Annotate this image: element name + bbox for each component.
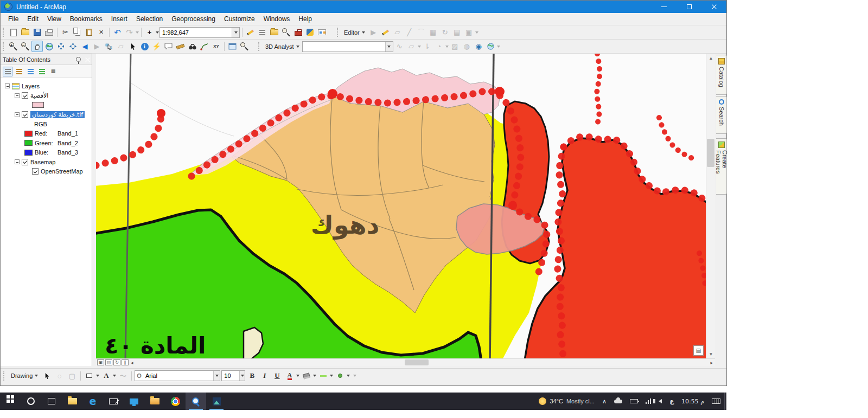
steepest-path-button[interactable]: ⇂ xyxy=(422,41,433,52)
toolbar-grip[interactable] xyxy=(3,28,5,37)
globe-3d-button[interactable]: ◍ xyxy=(461,41,473,52)
search-window-button[interactable] xyxy=(280,27,292,38)
toc-basemap-row[interactable]: Basemap xyxy=(1,157,92,167)
paste-button[interactable] xyxy=(84,27,95,38)
cortana-search-button[interactable] xyxy=(21,393,41,410)
rotate-button[interactable]: ↻ xyxy=(439,27,451,38)
toc-layers-root-row[interactable]: Layers xyxy=(1,81,92,91)
map-vertical-scrollbar[interactable]: ▲ ▼ xyxy=(706,54,715,358)
file-explorer-button[interactable] xyxy=(62,393,82,410)
copy-button[interactable] xyxy=(72,27,83,38)
modelbuilder-button[interactable] xyxy=(316,27,328,38)
analyst-caret[interactable] xyxy=(418,46,421,48)
pause-drawing-button[interactable]: ∥ xyxy=(122,359,129,365)
font-combo[interactable]: O xyxy=(135,370,220,381)
hyperlink-button[interactable]: ⚡ xyxy=(151,41,162,52)
collapse-icon[interactable] xyxy=(15,112,20,117)
profile-graph-button[interactable]: ▨ xyxy=(449,41,461,52)
battery-tray-button[interactable] xyxy=(626,393,642,410)
raster-layer-label[interactable]: خريطة كوردستان.tif xyxy=(30,111,85,118)
select-elements-button[interactable] xyxy=(127,41,138,52)
basemap-label[interactable]: Basemap xyxy=(30,159,55,165)
create-viewer-window-button[interactable] xyxy=(227,41,238,52)
arctoolbox-button[interactable] xyxy=(292,27,304,38)
viewer-magnifier-button[interactable] xyxy=(239,41,250,52)
identify-button[interactable]: i xyxy=(139,41,150,52)
analyst-layer-dropdown[interactable] xyxy=(385,42,393,52)
menu-selection[interactable]: Selection xyxy=(132,14,167,24)
toc-layer-districts-row[interactable]: الأقضية xyxy=(1,91,92,101)
marker-color-button[interactable] xyxy=(334,370,346,382)
overview-window-button[interactable]: ▤ xyxy=(693,345,704,356)
menu-geoprocessing[interactable]: Geoprocessing xyxy=(167,14,220,24)
cut-polygons-button[interactable]: ⌒ xyxy=(416,27,427,38)
table-of-contents-button[interactable] xyxy=(257,27,268,38)
layers-root-label[interactable]: Layers xyxy=(22,83,40,89)
raster-checkbox[interactable] xyxy=(22,111,28,118)
menu-customize[interactable]: Customize xyxy=(220,14,259,24)
toolbar-grip[interactable] xyxy=(3,42,5,51)
list-by-source-button[interactable] xyxy=(14,67,24,76)
font-size-input[interactable] xyxy=(222,371,239,381)
font-size-combo[interactable] xyxy=(221,370,245,381)
list-by-visibility-button[interactable] xyxy=(25,67,35,76)
interpolate-line-button[interactable]: ∿ xyxy=(394,41,405,52)
chrome-button[interactable] xyxy=(165,393,186,410)
volume-tray-button[interactable] xyxy=(655,393,666,410)
list-by-drawing-order-button[interactable] xyxy=(3,67,12,76)
collapse-icon[interactable] xyxy=(15,93,20,98)
toc-osm-row[interactable]: OpenStreetMap xyxy=(1,167,92,177)
onedrive-tray-button[interactable] xyxy=(610,393,626,410)
rotate-element-tool[interactable]: ◌ xyxy=(54,370,65,382)
delete-button[interactable]: ✕ xyxy=(95,27,107,38)
maximize-button[interactable] xyxy=(676,1,701,13)
editor-menu[interactable]: Editor xyxy=(342,29,367,36)
dock-tab-catalog[interactable]: Catalog xyxy=(716,55,727,95)
analyst-layer-input[interactable] xyxy=(303,42,385,52)
print-button[interactable] xyxy=(43,27,55,38)
font-input[interactable] xyxy=(143,371,213,381)
data-view-button[interactable]: ▣ xyxy=(97,359,104,365)
find-route-button[interactable] xyxy=(199,41,210,52)
pin-icon[interactable] xyxy=(76,57,81,62)
menu-windows[interactable]: Windows xyxy=(259,14,295,24)
menu-file[interactable]: File xyxy=(4,14,23,24)
show-desktop-button[interactable] xyxy=(724,393,726,410)
drawing-menu[interactable]: Drawing xyxy=(9,372,40,379)
text-tool[interactable]: A xyxy=(100,370,112,382)
edit-vertices-button[interactable]: ▱ xyxy=(392,27,403,38)
font-color-button[interactable]: A xyxy=(284,370,295,382)
catalog-window-button[interactable] xyxy=(269,27,280,38)
map-horizontal-scrollbar[interactable]: ▣ ▤ ↻ ∥ ◂ ▸ xyxy=(96,358,715,366)
full-extent-button[interactable] xyxy=(43,41,55,52)
editor-toolbar-button[interactable] xyxy=(245,27,256,38)
arcglobe-button[interactable] xyxy=(485,41,496,52)
reshape-button[interactable]: ╱ xyxy=(404,27,415,38)
html-popup-button[interactable] xyxy=(163,41,174,52)
scroll-right-button[interactable]: ▸ xyxy=(710,360,713,365)
weather-widget[interactable]: 34°C Mostly cl... xyxy=(535,393,598,410)
osm-label[interactable]: OpenStreetMap xyxy=(41,168,83,175)
bold-button[interactable]: B xyxy=(246,370,258,382)
toc-close-icon[interactable] xyxy=(85,57,90,62)
map-canvas[interactable]: دهوك المادة ٤٠ xyxy=(96,54,706,358)
zoom-in-button[interactable]: + xyxy=(8,41,19,52)
dock-tab-create-features[interactable]: Create Features xyxy=(716,138,727,195)
map-scale-combo[interactable] xyxy=(159,27,240,38)
italic-button[interactable]: I xyxy=(259,370,270,382)
line-color-caret[interactable] xyxy=(330,375,333,377)
forward-extent-button[interactable]: ▶ xyxy=(91,41,103,52)
edge-button[interactable]: e xyxy=(82,393,103,410)
scroll-up-button[interactable]: ▲ xyxy=(706,54,716,62)
basemap-checkbox[interactable] xyxy=(22,159,28,165)
contour-button[interactable]: ◔ xyxy=(433,41,445,52)
scroll-left-button[interactable]: ◂ xyxy=(131,360,133,365)
curve-tool[interactable]: 〜 xyxy=(117,370,129,382)
analyst-caret[interactable] xyxy=(445,46,449,48)
scroll-down-button[interactable]: ▼ xyxy=(706,350,716,358)
fill-color-caret[interactable] xyxy=(313,375,316,377)
minimize-button[interactable] xyxy=(652,1,676,13)
find-button[interactable] xyxy=(187,41,198,52)
menu-help[interactable]: Help xyxy=(294,14,316,24)
scale-dropdown-button[interactable] xyxy=(232,28,239,37)
